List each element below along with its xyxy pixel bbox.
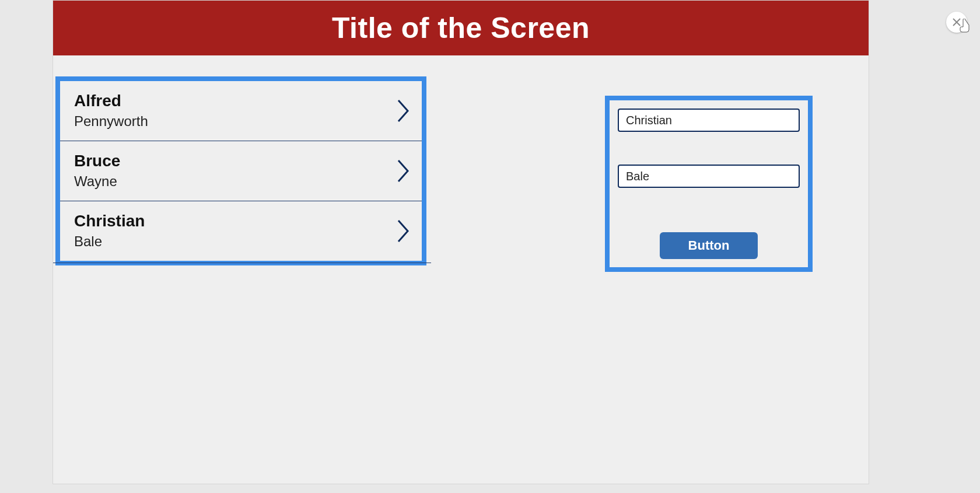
list-item-secondary: Wayne — [74, 172, 120, 191]
page-title: Title of the Screen — [332, 11, 590, 45]
submit-button[interactable]: Button — [660, 232, 758, 259]
close-button[interactable] — [946, 12, 967, 33]
list-item-text: Christian Bale — [74, 211, 145, 251]
edit-form: Button — [605, 96, 813, 272]
chevron-right-icon — [397, 219, 410, 243]
first-name-input[interactable] — [618, 109, 800, 132]
list-item-primary: Alfred — [74, 90, 148, 111]
list-item[interactable]: Alfred Pennyworth — [60, 81, 422, 141]
list-item-primary: Christian — [74, 211, 145, 232]
header-bar: Title of the Screen — [53, 1, 869, 59]
app-frame: Title of the Screen Alfred Pennyworth Br… — [52, 0, 869, 484]
list-item-secondary: Pennyworth — [74, 111, 148, 131]
list-item[interactable]: Bruce Wayne — [60, 141, 422, 201]
list-underline — [53, 263, 431, 263]
content-area: Alfred Pennyworth Bruce Wayne Christ — [53, 59, 869, 484]
list-item-primary: Bruce — [74, 151, 120, 172]
list-item-text: Bruce Wayne — [74, 151, 120, 191]
list-item-text: Alfred Pennyworth — [74, 90, 148, 131]
chevron-right-icon — [397, 99, 410, 123]
list-item[interactable]: Christian Bale — [60, 201, 422, 261]
last-name-input[interactable] — [618, 165, 800, 188]
person-list: Alfred Pennyworth Bruce Wayne Christ — [55, 76, 426, 265]
chevron-right-icon — [397, 159, 410, 183]
list-item-secondary: Bale — [74, 232, 145, 251]
close-icon — [952, 18, 961, 27]
